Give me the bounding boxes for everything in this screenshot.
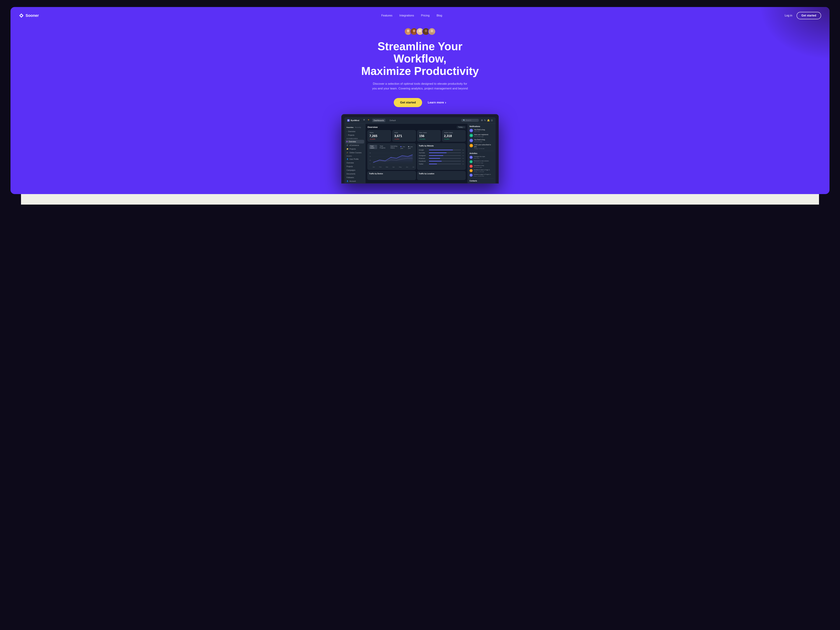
sidebar-item-ecommerce[interactable]: 🛒 eCommerce [344,144,365,147]
dash-right-panel: Notifications A You fixed a bug. Just no… [467,124,496,183]
page-wrapper: Sooner Features Integrations Pricing Blo… [0,0,840,205]
navbar: Sooner Features Integrations Pricing Blo… [11,7,829,24]
logo-icon [19,13,24,18]
activity-5: E Deleted a page in Project X. Feb 2, 20… [469,174,494,177]
avatar-5 [428,28,436,35]
sidebar-item-courses[interactable]: 🎓 Online Courses [344,151,365,155]
bell-icon[interactable]: 🔔 [487,119,490,122]
bottom-charts: Traffic by Device Traffic by Location [368,171,466,180]
dashboards-section-label: Dashboards [344,137,365,140]
nav-actions: Log in Get started [785,12,821,19]
dash-nav: ⊞ ★ Dashboards Default [363,118,459,122]
stat-views: Views 7,265 -11.02% [368,130,391,142]
svg-text:30k: 30k [369,152,371,153]
activity-avatar-4: D [469,169,473,172]
legend-this-year: This year [400,146,407,149]
settings-icon[interactable]: ⚙ [481,119,483,122]
dash-nav-icon: ⊞ [363,118,365,122]
learn-more-button[interactable]: Learn more › [428,101,446,104]
traffic-pinterest: Pinterest — [419,157,464,160]
overview-title: Overview [368,126,377,128]
dash-body: Favorites Recently ‹ Overview ‹ Projects [344,124,496,183]
traffic-website-title: Traffic by Website [419,145,464,147]
dash-sidebar: Favorites Recently ‹ Overview ‹ Projects [344,124,365,183]
login-button[interactable]: Log in [785,14,793,17]
svg-point-3 [407,30,409,32]
logo-text: Sooner [25,13,39,18]
dash-brand: ByelMind [347,119,361,122]
laptop-screen: ByelMind ⊞ ★ Dashboards Default 🔍 Search [344,117,496,183]
hero-section: Sooner Features Integrations Pricing Blo… [11,7,829,194]
sidebar-item-campaigns[interactable]: Campaigns [344,168,365,172]
svg-marker-26 [373,155,413,163]
hero-cta: Get started Learn more › [14,98,826,107]
sidebar-item-projects-pages[interactable]: Projects [344,165,365,168]
chart-header: Total Users Total Projects Operating Sta… [369,145,414,150]
date-badge: Today › [457,126,466,128]
dash-logo-icon [347,119,350,122]
activity-avatar-2: B [469,160,473,163]
svg-point-6 [413,30,415,32]
activity-4: D Modified A data in Page X. Today, 11:5… [469,169,494,172]
stat-active-users: Active Users 2,318 +6.08% [442,130,466,142]
dash-main: Overview Today › Views 7,265 -1 [365,124,467,183]
recently-label: Recently [355,126,361,128]
chart-traffic-device: Traffic by Device [368,171,416,180]
bottom-section-bg [21,194,819,205]
nav-link-pricing[interactable]: Pricing [421,14,429,17]
x-axis: Jan Feb Mar Apr May Jun Jul [369,166,414,168]
dash-toolbar-icons: ⚙ ↻ 🔔 ⊡ [481,119,493,122]
chart-traffic-location: Traffic by Location [417,171,466,180]
get-started-nav-button[interactable]: Get started [797,12,821,19]
nav-link-features[interactable]: Features [381,14,392,17]
chart-tabs: Total Users Total Projects Operating Sta… [369,145,400,149]
sidebar-item-account[interactable]: 👤 Account [344,179,365,183]
legend-last-year: Last year [408,146,414,149]
tab-total-users[interactable]: Total Users [369,145,377,149]
activity-3: C Submitted a bug. 12 hours ago [469,165,494,168]
sidebar-item-overview-pages[interactable]: Overview [344,161,365,165]
logo[interactable]: Sooner [19,13,39,18]
sidebar-item-userprofile[interactable]: 👤 User Profile [344,157,365,161]
expand-icon[interactable]: ⊡ [491,119,493,122]
notif-4: D Andi Lane subscribed to you. Today, 11… [469,144,494,150]
dash-nav-dashboards[interactable]: Dashboards [372,118,385,122]
arrow-icon: › [445,101,446,104]
chart-traffic-website: Traffic by Website Google — Y [417,143,466,170]
chart-total-users: Total Users Total Projects Operating Sta… [368,143,416,170]
dash-nav-default[interactable]: Default [388,118,397,122]
notif-avatar-2: B [469,134,473,137]
traffic-google: Google — [419,148,464,152]
avatar-group [14,28,826,35]
dash-search-input[interactable]: 🔍 Search [461,119,479,122]
notif-avatar-4: D [469,144,473,147]
refresh-icon[interactable]: ↻ [484,119,486,122]
nav-link-blog[interactable]: Blog [437,14,442,17]
contacts-title: Contacts [469,180,494,182]
traffic-twitter: Twitter — [419,163,464,165]
svg-point-9 [419,30,421,32]
svg-text:0: 0 [370,163,370,164]
sidebar-item-overview-dash[interactable]: Overview [346,140,364,144]
stat-new-users: New Users 156 +15.03% [417,130,441,142]
tab-total-projects[interactable]: Total Projects [379,145,388,149]
pages-section-label: Pages [344,155,365,157]
sidebar-item-followers[interactable]: Followers [344,176,365,179]
traffic-facebook: Facebook — [419,160,464,163]
sidebar-item-documents[interactable]: Documents [344,172,365,176]
svg-point-15 [431,30,433,32]
get-started-hero-button[interactable]: Get started [394,98,422,107]
chart-legend: This year Last year [400,146,414,149]
sidebar-item-overview-fav[interactable]: ‹ Overview [344,129,365,133]
sidebar-item-projects-fav[interactable]: ‹ Projects [344,133,365,137]
stat-visits: Visits 3,671 -0.03% [392,130,416,142]
notif-3: C You fixed a bug. 12 hours ago [469,139,494,142]
notif-avatar-1: A [469,129,473,132]
nav-link-integrations[interactable]: Integrations [399,14,414,17]
notif-1: A You fixed a bug. Just now [469,129,494,133]
sidebar-item-projects[interactable]: 📁 Projects [344,147,365,151]
tab-operating-status[interactable]: Operating Status [389,145,401,149]
dash-star-icon: ★ [368,118,369,122]
svg-text:20k: 20k [369,156,371,157]
laptop-frame: ByelMind ⊞ ★ Dashboards Default 🔍 Search [341,114,499,183]
